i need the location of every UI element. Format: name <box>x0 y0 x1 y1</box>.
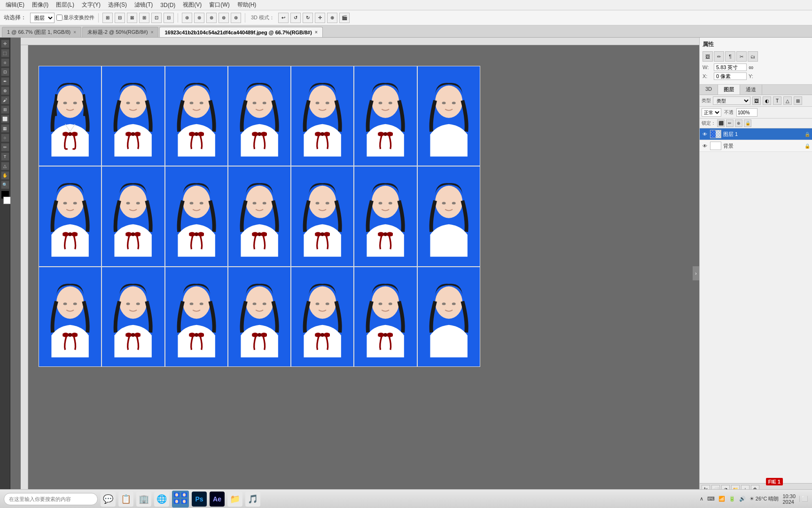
props-icon-cut[interactable]: ✂ <box>736 51 747 62</box>
align-center-v[interactable]: ⊟ <box>115 13 125 23</box>
tool-gradient[interactable]: ▦ <box>1 124 9 133</box>
align-top[interactable]: ⊞ <box>139 13 149 23</box>
tool-shape[interactable]: △ <box>1 162 9 170</box>
tab-3-close[interactable]: × <box>315 30 318 35</box>
show-controls-label[interactable]: 显示变换控件 <box>56 14 94 21</box>
layer-1-visibility[interactable]: 👁 <box>702 131 708 137</box>
width-input[interactable] <box>714 64 747 71</box>
menu-view[interactable]: 视图(V) <box>179 0 205 10</box>
panel-layers-tab[interactable]: 图层 <box>718 85 740 95</box>
distribute-btn-3[interactable]: ⊛ <box>206 13 217 23</box>
layers-type-filter[interactable]: 类型 <box>713 96 750 105</box>
tool-hand[interactable]: ✋ <box>1 171 9 180</box>
tool-eyedrop[interactable]: ✒ <box>1 77 9 86</box>
props-icon-image[interactable]: 🖼 <box>703 51 713 62</box>
menu-edit[interactable]: 编辑(E) <box>2 0 28 10</box>
tool-lasso[interactable]: ⌾ <box>1 58 9 67</box>
tool-heal[interactable]: ⊕ <box>1 87 9 95</box>
taskbar-icon-office[interactable]: 🏢 <box>136 492 151 507</box>
tab-1-close[interactable]: × <box>73 30 76 35</box>
align-center-h[interactable]: ⊡ <box>151 13 162 23</box>
panel-3d-tab[interactable]: 3D <box>700 85 718 95</box>
filter-smart-btn[interactable]: ⊞ <box>794 96 802 105</box>
lock-all-btn[interactable]: 🔒 <box>744 119 751 127</box>
tool-select[interactable]: ⬚ <box>1 49 9 57</box>
layer-item-1[interactable]: 👁 图层 1 🔒 <box>700 128 812 140</box>
layer-item-bg[interactable]: 👁 背景 🔒 <box>700 140 812 152</box>
filter-pixel-btn[interactable]: 🖼 <box>752 96 761 105</box>
taskbar-icon-tasks[interactable]: 📋 <box>118 492 133 507</box>
align-left[interactable]: ⊞ <box>102 13 113 23</box>
distribute-btn-2[interactable]: ⊛ <box>194 13 204 23</box>
taskbar-icon-chat[interactable]: 💬 <box>101 492 116 507</box>
menu-help[interactable]: 帮助(H) <box>234 0 260 10</box>
menu-3d[interactable]: 3D(D) <box>156 1 179 9</box>
menu-select[interactable]: 选择(S) <box>104 0 131 10</box>
tab-3[interactable]: 16923c41b2b104c54a21df4ca440489f.jpeg @ … <box>159 27 322 37</box>
taskbar-speaker-icon[interactable]: 🔊 <box>739 496 746 502</box>
tool-clone[interactable]: ⊞ <box>1 105 9 114</box>
filter-text-btn[interactable]: T <box>773 96 781 105</box>
align-right[interactable]: ⊠ <box>127 13 137 23</box>
props-icon-para[interactable]: ¶ <box>725 51 735 62</box>
taskbar-icon-ae[interactable]: Ae <box>210 492 225 507</box>
show-controls-checkbox[interactable] <box>56 15 62 21</box>
props-icon-layers[interactable]: 🗂 <box>748 51 758 62</box>
link-icon[interactable]: ∞ <box>749 64 753 71</box>
redo-btn[interactable]: ↻ <box>303 13 313 23</box>
lock-position-btn[interactable]: ✏ <box>726 119 734 127</box>
align-bottom[interactable]: ⊟ <box>164 13 174 23</box>
opacity-input[interactable] <box>736 108 757 117</box>
tool-move[interactable]: ✛ <box>1 40 9 48</box>
right-collapse-button[interactable]: › <box>693 266 699 280</box>
taskbar-keyboard-icon[interactable]: ⌨ <box>707 496 715 502</box>
taskbar-icon-ps[interactable]: Ps <box>192 492 207 507</box>
tool-eraser[interactable]: ⬜ <box>1 115 9 123</box>
move-3d[interactable]: ✛ <box>315 13 325 23</box>
lock-artboards-btn[interactable]: ⊕ <box>735 119 742 127</box>
filter-shape-btn[interactable]: △ <box>783 96 792 105</box>
zoom-3d[interactable]: ⊕ <box>327 13 337 23</box>
x-input[interactable] <box>714 72 747 80</box>
menu-layers[interactable]: 图层(L) <box>52 0 78 10</box>
taskbar-arrow-up[interactable]: ∧ <box>700 496 703 502</box>
lock-pixels-btn[interactable]: ⬛ <box>717 119 725 127</box>
menu-text[interactable]: 文字(Y) <box>78 0 104 10</box>
tab-1[interactable]: 1 @ 66.7% (图层 1, RGB/8) × <box>2 27 81 37</box>
menu-window[interactable]: 窗口(W) <box>205 0 233 10</box>
tool-text[interactable]: T <box>1 152 9 161</box>
taskbar-icon-folder[interactable]: 📁 <box>227 492 242 507</box>
distribute-btn-1[interactable]: ⊛ <box>182 13 192 23</box>
menu-filter[interactable]: 滤镜(T) <box>131 0 156 10</box>
taskbar-search-input[interactable] <box>4 493 98 505</box>
tab-2-close[interactable]: × <box>151 30 154 35</box>
mode-select[interactable]: 图层 <box>30 13 55 23</box>
portrait-svg-2-6 <box>354 167 416 266</box>
canvas[interactable] <box>39 66 480 367</box>
undo-btn[interactable]: ↺ <box>290 13 301 23</box>
background-color[interactable] <box>3 197 11 204</box>
layers-mode-select[interactable]: 正常 <box>702 108 721 117</box>
taskbar-icon-browser[interactable]: 🌐 <box>154 492 169 507</box>
taskbar-icon-music[interactable]: 🎵 <box>245 492 260 507</box>
taskbar-battery-icon[interactable]: 🔋 <box>729 496 735 502</box>
svg-point-47 <box>189 202 193 205</box>
props-icon-pen[interactable]: ✏ <box>714 51 724 62</box>
tool-brush[interactable]: 🖌 <box>1 96 9 104</box>
tool-pen[interactable]: ✏ <box>1 143 9 151</box>
tool-zoom[interactable]: 🔍 <box>1 181 9 189</box>
tab-2[interactable]: 未标题-2 @ 50%(RGB/8#) × <box>82 27 158 37</box>
layer-bg-visibility[interactable]: 👁 <box>702 143 708 149</box>
rotate-btn[interactable]: ↩ <box>278 13 289 23</box>
cam-3d[interactable]: 🎬 <box>339 13 350 23</box>
filter-adj-btn[interactable]: ◐ <box>763 96 771 105</box>
menu-image[interactable]: 图像(I) <box>28 0 52 10</box>
distribute-btn-5[interactable]: ⊛ <box>231 13 241 23</box>
panel-channels-tab[interactable]: 通道 <box>740 85 762 95</box>
distribute-btn-4[interactable]: ⊛ <box>219 13 229 23</box>
tool-crop[interactable]: ⊡ <box>1 68 9 76</box>
taskbar-icon-photos[interactable] <box>172 491 189 508</box>
taskbar-wifi-icon[interactable]: 📶 <box>718 496 725 502</box>
tool-dodge[interactable]: ○ <box>1 134 9 142</box>
taskbar-show-desktop[interactable]: ⬜ <box>799 496 808 502</box>
